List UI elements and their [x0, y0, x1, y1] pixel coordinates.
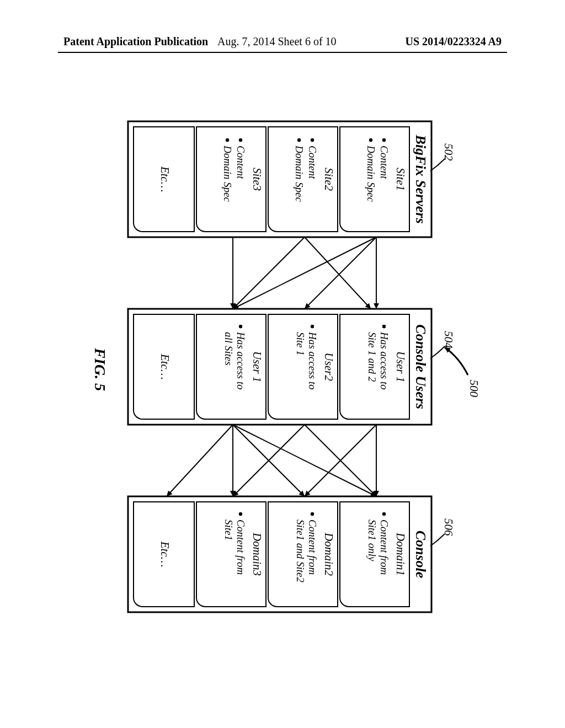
col-0-card-0-line-1: Domain Spec	[365, 145, 377, 202]
col-2-title: Console	[413, 531, 429, 579]
figure-id-label: 500	[467, 380, 481, 398]
svg-point-9	[311, 325, 314, 328]
svg-line-28	[167, 425, 233, 496]
svg-rect-0	[128, 121, 431, 237]
col-1-card-2-line-1: all Sites	[223, 332, 234, 366]
figure-svg: 500 502 BigFix Servers Site1 Content	[84, 99, 481, 640]
col-1-card-3-title: Etc…	[158, 354, 172, 380]
svg-point-5	[239, 138, 242, 142]
col-2-card-0: Domain1 Content from Site1 only	[340, 502, 409, 607]
figure-caption: FIG. 5	[92, 347, 109, 391]
col-1-card-1: User2 Has access to Site 1	[268, 314, 338, 419]
col-2: 506 Console Domain1 Content from Site1 o…	[128, 496, 455, 612]
col-1-card-0-line-1: Site 1 and 2	[366, 332, 378, 382]
edges-servers-to-users	[233, 237, 376, 309]
col-1-card-0-title: User 1	[394, 351, 407, 383]
col-0-card-0-line-0: Content	[379, 146, 390, 179]
col-0-card-2-line-0: Content	[235, 146, 247, 179]
col-2-card-2-line-0: Content from	[235, 520, 247, 575]
col-1-card-3: Etc…	[134, 314, 194, 419]
col-0-card-1-line-1: Domain Spec	[294, 145, 305, 202]
edges-users-to-console	[167, 425, 376, 496]
svg-point-12	[382, 512, 386, 516]
figure-id-callout: 500	[445, 347, 481, 398]
col-0-card-3: Etc…	[134, 127, 194, 232]
col-0-card-2: Site3 Content Domain Spec	[196, 127, 266, 232]
svg-point-14	[239, 512, 242, 516]
svg-point-4	[297, 138, 301, 142]
col-2-card-2-title: Domain3	[250, 532, 264, 576]
svg-line-18	[233, 237, 376, 309]
col-2-card-0-line-1: Site1 only	[366, 520, 378, 561]
col-2-card-1-line-1: Site1 and Site2	[295, 520, 306, 582]
col-0-card-1-line-0: Content	[307, 146, 318, 179]
col-0-card-1-title: Site2	[322, 168, 335, 191]
svg-point-10	[239, 325, 242, 328]
col-0-ref: 502	[442, 143, 455, 161]
col-2-ref: 506	[442, 518, 455, 536]
col-0-card-0: Site1 Content Domain Spec	[340, 127, 409, 232]
svg-line-19	[233, 237, 305, 309]
col-0: 502 BigFix Servers Site1 Content Domain …	[128, 121, 455, 237]
col-1-card-0-line-0: Has access to	[379, 331, 390, 389]
col-1-card-1-line-0: Has access to	[307, 331, 318, 389]
col-2-card-0-title: Domain1	[394, 532, 407, 576]
col-0-card-0-title: Site1	[394, 168, 407, 191]
header-center: Aug. 7, 2014 Sheet 6 of 10	[217, 35, 337, 48]
col-0-card-2-line-1: Domain Spec	[222, 145, 233, 202]
svg-point-1	[382, 138, 386, 142]
header-right: US 2014/0223324 A9	[406, 35, 502, 48]
col-1-card-2: User 1 Has access to all Sites	[196, 314, 266, 419]
col-1-card-1-title: User2	[322, 352, 335, 381]
col-2-card-2-line-1: Site1	[223, 520, 234, 540]
col-0-card-2-title: Site3	[250, 168, 264, 191]
figure-wrap: 500 502 BigFix Servers Site1 Content	[0, 83, 565, 656]
svg-point-13	[311, 512, 314, 516]
header-rule	[58, 52, 507, 53]
page-header: Patent Application Publication Aug. 7, 2…	[0, 35, 565, 52]
svg-point-6	[226, 138, 229, 142]
col-2-card-2: Domain3 Content from Site1	[196, 502, 266, 607]
svg-point-2	[369, 138, 372, 142]
col-1-card-1-line-1: Site 1	[295, 332, 306, 356]
col-0-card-3-title: Etc…	[158, 166, 172, 192]
col-2-card-0-line-0: Content from	[379, 520, 390, 575]
col-1-card-2-line-0: Has access to	[235, 331, 247, 389]
col-2-card-1: Domain2 Content from Site1 and Site2	[268, 502, 338, 607]
svg-point-8	[382, 325, 386, 328]
col-0-title: BigFix Servers	[413, 134, 429, 223]
figure-rotated: 500 502 BigFix Servers Site1 Content	[84, 99, 481, 640]
svg-line-16	[305, 237, 371, 309]
col-0-card-1: Site2 Content Domain Spec	[268, 127, 338, 232]
header-left: Patent Application Publication	[63, 35, 208, 48]
col-1: 504 Console Users User 1 Has access to S…	[128, 309, 455, 425]
col-1-title: Console Users	[413, 324, 429, 409]
svg-point-3	[311, 138, 314, 142]
col-1-card-0: User 1 Has access to Site 1 and 2	[340, 314, 409, 419]
svg-line-17	[305, 237, 376, 309]
col-1-card-2-title: User 1	[250, 351, 264, 383]
col-1-ref: 504	[442, 331, 455, 349]
svg-line-25	[233, 425, 376, 496]
col-2-card-3: Etc…	[134, 502, 194, 607]
col-2-card-3-title: Etc…	[158, 541, 172, 568]
col-2-card-1-title: Domain2	[322, 532, 335, 576]
col-2-card-1-line-0: Content from	[307, 520, 318, 575]
page: Patent Application Publication Aug. 7, 2…	[0, 0, 565, 728]
